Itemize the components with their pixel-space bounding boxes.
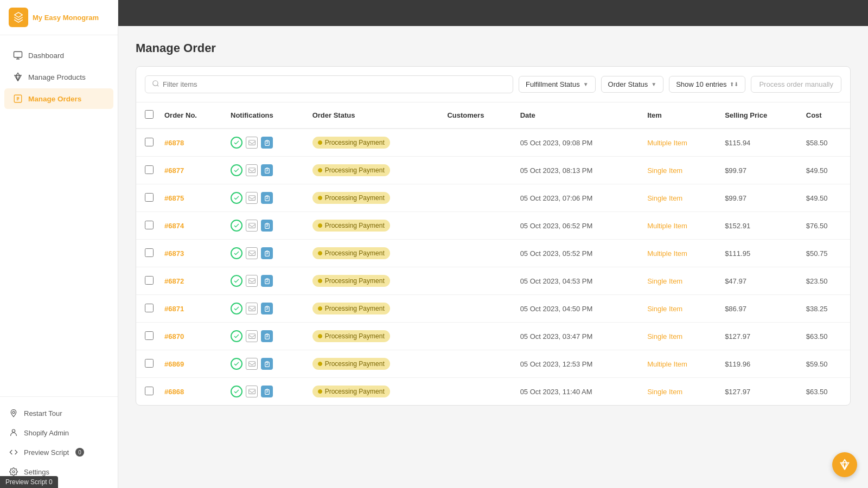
item-link[interactable]: Multiple Item <box>647 360 687 368</box>
col-date: Date <box>515 102 642 129</box>
date-cell: 05 Oct 2023, 04:53 PM <box>515 267 642 295</box>
row-checkbox[interactable] <box>145 359 154 368</box>
order-link[interactable]: #6868 <box>164 388 184 396</box>
order-status-filter[interactable]: Order Status ▼ <box>601 76 664 93</box>
check-notification-icon[interactable] <box>231 192 242 204</box>
row-checkbox[interactable] <box>145 221 154 229</box>
restart-tour-item[interactable]: Restart Tour <box>0 403 118 423</box>
clipboard-notification-icon[interactable] <box>261 192 273 204</box>
order-link[interactable]: #6877 <box>164 166 184 175</box>
mail-notification-icon[interactable] <box>246 303 258 314</box>
item-link[interactable]: Single Item <box>647 166 682 175</box>
mail-notification-icon[interactable] <box>246 247 258 259</box>
order-link[interactable]: #6870 <box>164 332 184 341</box>
shopify-admin-item[interactable]: Shopify Admin <box>0 423 118 442</box>
order-link[interactable]: #6874 <box>164 222 184 230</box>
row-checkbox[interactable] <box>145 193 154 202</box>
search-box[interactable] <box>145 75 513 93</box>
entries-stepper-icon: ⬆⬇ <box>730 81 738 87</box>
order-link[interactable]: #6875 <box>164 194 184 202</box>
check-notification-icon[interactable] <box>231 275 242 287</box>
order-link[interactable]: #6872 <box>164 277 184 285</box>
item-link[interactable]: Single Item <box>647 305 682 313</box>
notifications-cell <box>231 330 302 342</box>
order-link[interactable]: #6878 <box>164 139 184 147</box>
fab-button[interactable] <box>832 452 857 477</box>
fulfillment-status-filter[interactable]: Fulfillment Status ▼ <box>519 76 596 93</box>
clipboard-notification-icon[interactable] <box>261 247 273 259</box>
row-checkbox[interactable] <box>145 387 154 395</box>
cost-cell: $76.50 <box>801 212 850 240</box>
cost-cell: $49.50 <box>801 157 850 184</box>
search-input[interactable] <box>163 80 506 88</box>
status-dot <box>318 140 322 145</box>
check-notification-icon[interactable] <box>231 164 242 176</box>
sidebar-item-manage-orders[interactable]: Manage Orders <box>4 88 113 109</box>
cost-cell: $23.50 <box>801 267 850 295</box>
item-link[interactable]: Multiple Item <box>647 249 687 258</box>
svg-rect-15 <box>248 389 255 394</box>
check-notification-icon[interactable] <box>231 358 242 370</box>
table-row: #6868 Processing Payment05 Oct 2023, 11:… <box>136 378 850 406</box>
select-all-checkbox[interactable] <box>145 110 154 119</box>
date-cell: 05 Oct 2023, 05:52 PM <box>515 240 642 267</box>
item-link[interactable]: Multiple Item <box>647 139 687 147</box>
clipboard-notification-icon[interactable] <box>261 303 273 314</box>
mail-notification-icon[interactable] <box>246 220 258 232</box>
check-notification-icon[interactable] <box>231 220 242 232</box>
table-row: #6874 Processing Payment05 Oct 2023, 06:… <box>136 212 850 240</box>
check-notification-icon[interactable] <box>231 137 242 149</box>
person-icon <box>9 428 18 438</box>
item-link[interactable]: Single Item <box>647 277 682 285</box>
selling-price-cell: $115.94 <box>719 129 801 157</box>
notifications-cell <box>231 220 302 232</box>
item-link[interactable]: Multiple Item <box>647 222 687 230</box>
order-link[interactable]: #6873 <box>164 249 184 258</box>
svg-rect-13 <box>248 334 255 339</box>
row-checkbox[interactable] <box>145 331 154 340</box>
mail-notification-icon[interactable] <box>246 192 258 204</box>
mail-notification-icon[interactable] <box>246 386 258 397</box>
preview-script-item[interactable]: Preview Script 0 <box>0 442 118 462</box>
notifications-cell <box>231 192 302 204</box>
row-checkbox[interactable] <box>145 276 154 285</box>
selling-price-cell: $86.97 <box>719 295 801 323</box>
notifications-cell <box>231 164 302 176</box>
check-notification-icon[interactable] <box>231 330 242 342</box>
mail-notification-icon[interactable] <box>246 275 258 287</box>
clipboard-notification-icon[interactable] <box>261 137 273 149</box>
row-checkbox[interactable] <box>145 138 154 146</box>
clipboard-notification-icon[interactable] <box>261 358 273 370</box>
show-entries-button[interactable]: Show 10 entries ⬆⬇ <box>669 76 745 93</box>
mail-notification-icon[interactable] <box>246 330 258 342</box>
selling-price-cell: $119.96 <box>719 350 801 378</box>
clipboard-notification-icon[interactable] <box>261 386 273 397</box>
mail-notification-icon[interactable] <box>246 164 258 176</box>
row-checkbox[interactable] <box>145 165 154 174</box>
order-link[interactable]: #6871 <box>164 305 184 313</box>
process-order-button[interactable]: Process order manually <box>751 76 841 93</box>
settings-label: Settings <box>24 468 49 476</box>
mail-notification-icon[interactable] <box>246 358 258 370</box>
clipboard-notification-icon[interactable] <box>261 330 273 342</box>
clipboard-notification-icon[interactable] <box>261 275 273 287</box>
check-notification-icon[interactable] <box>231 303 242 314</box>
mail-notification-icon[interactable] <box>246 137 258 149</box>
gear-icon <box>9 467 18 477</box>
item-link[interactable]: Single Item <box>647 388 682 396</box>
row-checkbox[interactable] <box>145 248 154 257</box>
status-badge: Processing Payment <box>312 164 390 176</box>
clipboard-notification-icon[interactable] <box>261 220 273 232</box>
sidebar-item-dashboard-label: Dashboard <box>28 52 64 60</box>
restart-tour-label: Restart Tour <box>24 409 62 418</box>
check-notification-icon[interactable] <box>231 247 242 259</box>
row-checkbox[interactable] <box>145 304 154 312</box>
sidebar-item-dashboard[interactable]: Dashboard <box>4 45 113 66</box>
item-link[interactable]: Single Item <box>647 332 682 341</box>
sidebar-item-manage-products[interactable]: Manage Products <box>4 67 113 87</box>
item-link[interactable]: Single Item <box>647 194 682 202</box>
customers-cell <box>442 295 514 323</box>
clipboard-notification-icon[interactable] <box>261 164 273 176</box>
order-link[interactable]: #6869 <box>164 360 184 368</box>
check-notification-icon[interactable] <box>231 386 242 397</box>
